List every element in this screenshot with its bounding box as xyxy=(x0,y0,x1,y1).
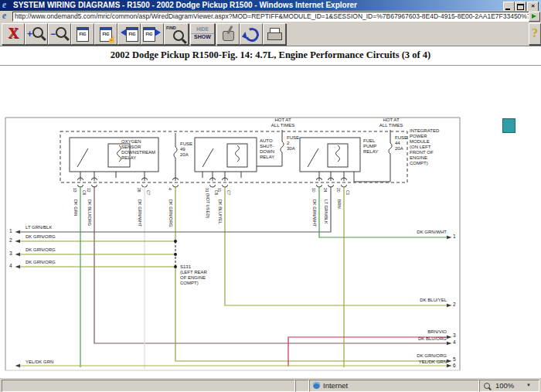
diagram-labels: HOT AT ALL TIMES HOT AT ALL TIMES OXYGEN… xyxy=(0,0,541,392)
pin-number: 31 xyxy=(205,188,209,193)
relay3-label: FUEL PUMP RELAY xyxy=(363,138,378,155)
right-exit-label: DK GRN/WHT xyxy=(400,230,447,235)
left-exit-label: LT GRN/BLK xyxy=(26,225,52,230)
right-exit-number: 3 xyxy=(453,332,456,338)
left-exit-number: 1 xyxy=(9,228,12,233)
pin-number: 10 xyxy=(311,188,316,193)
fuse44-label: FUSE 44 20A xyxy=(395,135,407,152)
right-exit-number: 6 xyxy=(453,363,456,368)
status-message-cell xyxy=(2,380,295,392)
left-exit-number: 2 xyxy=(9,237,12,243)
zoom-magnifier-icon xyxy=(484,383,490,389)
pin-number: 4 xyxy=(168,188,172,190)
pin-number: 11 xyxy=(217,188,222,192)
relay1-label: OXYGEN SENSOR DOWNSTREAM RELAY xyxy=(121,139,155,161)
relay2-label: AUTO SHUT- DOWN RELAY xyxy=(260,138,274,160)
right-exit-number: 5 xyxy=(453,356,456,362)
zoom-level-value: 100% xyxy=(495,381,514,390)
security-zone-label: Internet xyxy=(323,381,348,390)
right-exit-label: DK GRN/ORG xyxy=(400,353,447,359)
left-exit-label: DK GRN/ORG xyxy=(26,247,56,253)
not-used-label: (NOT USED) xyxy=(206,193,210,218)
ie-window: { "window": { "title": "SYSTEM WIRING DI… xyxy=(0,0,541,392)
splice-label: S131 (LEFT REAR OF ENGINE COMPT) xyxy=(180,264,207,286)
pin-number: 12 xyxy=(87,188,91,193)
left-exit-label: YEL/DK GRN xyxy=(26,360,53,365)
wire-color-label: DK BLU/YEL xyxy=(218,199,223,224)
status-zoom-cell[interactable]: 100% ▼ xyxy=(479,380,539,392)
left-exit-label: DK GRN/ORG xyxy=(26,260,56,265)
connector-id: C7 xyxy=(226,190,231,195)
hot-at-label-1: HOT AT ALL TIMES xyxy=(266,118,300,128)
left-exit-label: DK GRN/ORG xyxy=(26,234,56,240)
left-exit-number: 4 xyxy=(9,263,12,268)
fuse2-label: FUSE 2 30A xyxy=(287,135,299,152)
wire-color-label: DK GRN/WHT xyxy=(312,199,317,227)
right-exit-label: DK BLU/YEL xyxy=(400,298,447,303)
left-exit-number: 3 xyxy=(9,251,12,256)
pin-number: 20 xyxy=(336,188,341,193)
internet-globe-icon xyxy=(313,382,320,389)
right-exit-number: 2 xyxy=(453,302,456,307)
wire-color-label: DK GRN/ORG xyxy=(168,199,173,227)
status-small-cell xyxy=(295,380,309,392)
pin-number: 13 xyxy=(73,188,77,193)
hot-at-label-2: HOT AT ALL TIMES xyxy=(374,118,408,128)
status-bar: Internet 100% ▼ xyxy=(0,377,541,392)
wire-color-label: LT GRN/BLK xyxy=(324,199,328,224)
wire-color-label: DK GRN/WHT xyxy=(138,199,142,227)
status-zone-cell: Internet xyxy=(309,380,479,392)
pin-number: 24 xyxy=(323,188,328,193)
zoom-dropdown-arrow-icon[interactable]: ▼ xyxy=(526,383,531,387)
wire-color-label: DK GRN xyxy=(73,199,78,216)
pin-number: 26 xyxy=(137,188,141,193)
wire-color-label: DK BLU/ORG xyxy=(87,199,92,226)
right-exit-label: DK BLU/ORG xyxy=(400,336,447,342)
right-exit-label: YEL/DK GRN xyxy=(400,360,447,365)
fuse49-label: FUSE 49 20A xyxy=(180,141,192,158)
connector-id: C1 xyxy=(345,190,350,195)
ipm-label: INTEGRATED POWER MODULE (ON LEFT FRONT O… xyxy=(410,128,439,166)
right-exit-number: 1 xyxy=(453,233,456,239)
right-exit-label: BRN/VIO xyxy=(400,329,447,335)
right-exit-number: 4 xyxy=(453,339,456,345)
wire-color-label: BRN xyxy=(337,199,342,209)
connector-id: C7 xyxy=(146,190,151,195)
